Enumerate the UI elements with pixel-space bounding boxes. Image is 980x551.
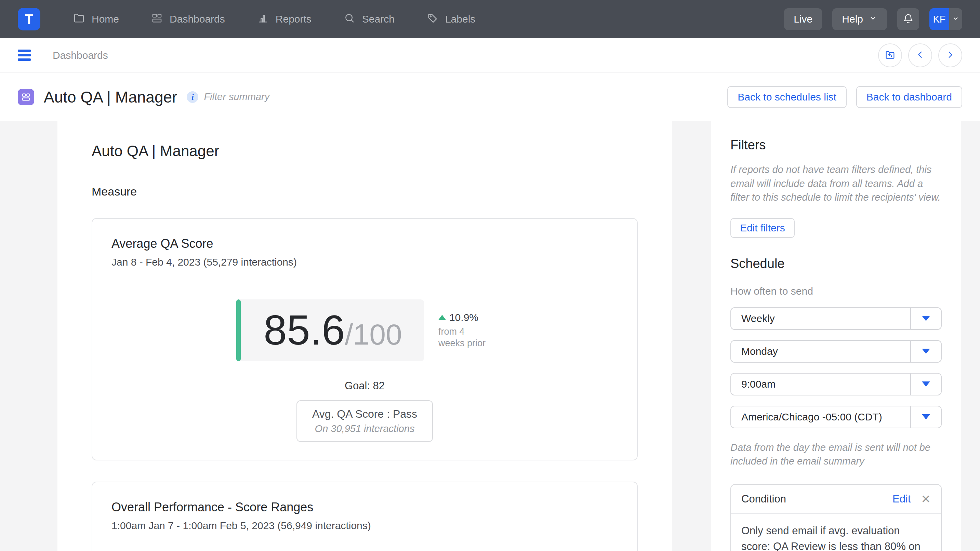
- user-menu-caret: [949, 8, 962, 30]
- avatar-initials: KF: [933, 14, 945, 25]
- select-caret: [910, 308, 941, 329]
- select-caret: [910, 373, 941, 395]
- timezone-select[interactable]: America/Chicago -05:00 (CDT): [730, 406, 942, 428]
- close-icon[interactable]: ✕: [921, 493, 931, 505]
- select-caret: [910, 341, 941, 362]
- hamburger-menu-icon[interactable]: [18, 49, 31, 61]
- nav-item-label: Dashboards: [170, 13, 225, 25]
- score-tooltip: Avg. QA Score : Pass On 30,951 interacti…: [296, 400, 433, 442]
- card-title: Overall Performance - Score Ranges: [111, 500, 618, 514]
- schedule-heading: Schedule: [730, 256, 942, 271]
- breadcrumb[interactable]: Dashboards: [52, 49, 108, 61]
- frequency-select[interactable]: Weekly: [730, 307, 942, 330]
- condition-title: Condition: [741, 493, 786, 505]
- live-button[interactable]: Live: [784, 8, 822, 30]
- bar-chart-icon: [257, 12, 269, 26]
- settings-sidebar: Filters If reports do not have team filt…: [711, 121, 961, 551]
- breadcrumb-bar: Dashboards: [0, 38, 980, 73]
- score-accent-bar: [236, 299, 241, 361]
- previous-button[interactable]: [908, 43, 932, 67]
- day-select[interactable]: Monday: [730, 340, 942, 363]
- content-area: Auto QA | Manager Measure Average QA Sco…: [0, 121, 980, 551]
- breadcrumb-actions: [878, 43, 962, 67]
- overall-performance-card: Overall Performance - Score Ranges 1:00a…: [92, 482, 638, 551]
- condition-header: Condition Edit ✕: [731, 485, 941, 514]
- next-button[interactable]: [938, 43, 962, 67]
- move-to-folder-button[interactable]: [878, 43, 902, 67]
- chevron-down-icon: [952, 15, 959, 24]
- nav-item-label: Labels: [445, 13, 475, 25]
- filters-description: If reports do not have team filters defi…: [730, 163, 942, 205]
- nav-item-label: Home: [92, 13, 119, 25]
- page-header: Auto QA | Manager i Filter summary Back …: [0, 73, 980, 121]
- back-to-schedules-button[interactable]: Back to schedules list: [727, 86, 846, 108]
- folder-icon: [73, 12, 85, 26]
- tooltip-title: Avg. QA Score : Pass: [312, 408, 417, 421]
- condition-body: Only send email if avg. evaluation score…: [731, 514, 941, 551]
- bell-icon: [903, 13, 914, 25]
- app-logo[interactable]: T: [18, 8, 40, 30]
- tooltip-caption: On 30,951 interactions: [312, 423, 417, 434]
- score-row: 85.6 /100 10.9% from 4 weeks prior: [111, 299, 618, 361]
- search-icon: [344, 12, 355, 26]
- page-header-actions: Back to schedules list Back to dashboard: [727, 86, 962, 108]
- score-value: 85.6: [264, 308, 345, 353]
- time-select-value: 9:00am: [731, 373, 910, 395]
- triangle-up-icon: [438, 315, 446, 320]
- chevron-left-icon: [915, 49, 926, 62]
- chevron-right-icon: [945, 49, 956, 62]
- time-select[interactable]: 9:00am: [730, 373, 942, 395]
- card-title: Average QA Score: [111, 237, 618, 251]
- score-max: /100: [345, 318, 402, 351]
- caret-down-icon: [922, 316, 930, 321]
- delta-percent: 10.9%: [449, 312, 478, 323]
- section-label-measure: Measure: [92, 185, 638, 198]
- score-delta: 10.9% from 4 weeks prior: [438, 312, 493, 349]
- main-nav: Home Dashboards Reports Search Labels: [73, 12, 475, 26]
- report-preview-panel: Auto QA | Manager Measure Average QA Sco…: [57, 121, 672, 551]
- live-button-label: Live: [794, 13, 813, 25]
- tag-icon: [427, 12, 438, 26]
- dashboards-icon: [151, 12, 163, 26]
- nav-item-reports[interactable]: Reports: [257, 12, 312, 26]
- card-subtitle: Jan 8 - Feb 4, 2023 (55,279 interactions…: [111, 256, 618, 268]
- edit-filters-button[interactable]: Edit filters: [730, 218, 795, 238]
- delta-caption: from 4 weeks prior: [438, 326, 493, 349]
- nav-item-dashboards[interactable]: Dashboards: [151, 12, 225, 26]
- select-caret: [910, 407, 941, 428]
- filter-summary-label: Filter summary: [204, 91, 269, 103]
- folder-return-icon: [885, 49, 896, 62]
- report-title: Auto QA | Manager: [92, 143, 638, 160]
- frequency-select-value: Weekly: [731, 308, 910, 329]
- page-title: Auto QA | Manager: [44, 88, 177, 106]
- nav-item-label: Reports: [275, 13, 312, 25]
- help-button[interactable]: Help: [832, 8, 887, 30]
- timezone-select-value: America/Chicago -05:00 (CDT): [731, 407, 910, 428]
- back-to-dashboard-button[interactable]: Back to dashboard: [856, 86, 962, 108]
- caret-down-icon: [922, 349, 930, 354]
- score-box: 85.6 /100: [236, 299, 424, 361]
- nav-item-label: Search: [362, 13, 395, 25]
- help-button-label: Help: [842, 13, 863, 25]
- nav-item-labels[interactable]: Labels: [427, 12, 475, 26]
- user-menu[interactable]: KF: [929, 8, 962, 30]
- filters-heading: Filters: [730, 138, 942, 152]
- notifications-button[interactable]: [897, 8, 919, 30]
- average-qa-score-card: Average QA Score Jan 8 - Feb 4, 2023 (55…: [92, 218, 638, 460]
- dashboard-tile-icon: [18, 89, 34, 105]
- navbar-right: Live Help KF: [784, 8, 962, 30]
- frequency-label: How often to send: [730, 286, 942, 297]
- card-subtitle: 1:00am Jan 7 - 1:00am Feb 5, 2023 (56,94…: [111, 520, 618, 532]
- goal-label: Goal: 82: [111, 380, 618, 392]
- panel-gap: [672, 121, 711, 551]
- chevron-down-icon: [869, 13, 877, 25]
- nav-item-search[interactable]: Search: [344, 12, 395, 26]
- caret-down-icon: [922, 381, 930, 387]
- day-select-value: Monday: [731, 341, 910, 362]
- top-navbar: T Home Dashboards Reports Search Labels …: [0, 0, 980, 38]
- nav-item-home[interactable]: Home: [73, 12, 119, 26]
- caret-down-icon: [922, 414, 930, 419]
- condition-card: Condition Edit ✕ Only send email if avg.…: [730, 484, 942, 551]
- info-icon[interactable]: i: [187, 91, 198, 103]
- condition-edit-link[interactable]: Edit: [892, 493, 911, 505]
